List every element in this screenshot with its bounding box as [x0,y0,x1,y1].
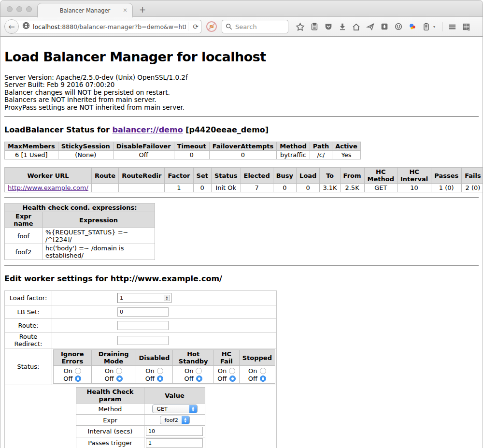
stopped-on-radio[interactable] [260,368,266,374]
form-row-route: Route: [5,319,277,332]
col-fails: Fails [462,168,483,184]
cell-status: Init Ok [211,184,241,192]
off-label: Off [145,375,155,382]
cell-failoverattempts: 0 [209,151,277,159]
container-tab-icon[interactable] [419,20,433,33]
col-expression: Expression [43,212,155,228]
expr-row: foof %{REQUEST_STATUS} =~ /^[234]/ [5,228,155,244]
draining-mode-off-radio[interactable] [116,376,123,382]
expr-select[interactable]: foof2 ▲▼ [160,416,190,424]
colored-dots-extension-icon[interactable] [405,20,419,33]
site-identity-globe-icon[interactable] [22,22,30,31]
url-text[interactable]: localhost:8880/balancer-manager?b=demo&w… [33,23,186,30]
notebook-grid-icon[interactable] [459,20,473,33]
cell-disablefailover: Off [113,151,174,159]
balancer-demo-link[interactable]: balancer://demo [112,125,183,134]
cell-hc-interval: 10 [397,184,431,192]
hot-standby-on-radio[interactable] [196,368,202,374]
bookmark-star-icon[interactable] [293,20,307,33]
hot-standby-off-radio[interactable] [196,376,202,382]
minimize-window-button[interactable] [16,6,22,12]
interval-input[interactable] [146,427,203,436]
expr-name: foof [5,228,43,244]
on-label: On [248,367,257,375]
draining-mode-on-radio[interactable] [116,368,122,374]
hc-row-expr: Expr foof2 ▲▼ [76,415,205,426]
persist-notice-line: Balancer changes will NOT be persisted o… [4,89,479,96]
search-placeholder: Search [235,23,257,30]
col-to: To [320,168,340,184]
route-input[interactable] [117,321,169,330]
cell-stickysession: (None) [58,151,113,159]
route-redirect-input[interactable] [117,336,169,345]
home-icon[interactable] [349,20,363,33]
route-redirect-label: Route Redirect: [5,332,52,348]
number-spinner-icon[interactable]: ▲▼ [164,295,170,301]
page-content: Load Balancer Manager for localhost Serv… [0,37,483,448]
toolbar-separator [442,22,442,31]
table-title-row: Health check cond. expressions: [5,203,155,212]
new-tab-button[interactable]: + [137,3,148,16]
cell-routeredir [119,184,165,192]
disabled-on-radio[interactable] [157,368,163,374]
cell-set: 0 [193,184,211,192]
method-select[interactable]: GET ▲▼ [152,405,198,413]
col-load: Load [297,168,320,184]
lb-set-input[interactable] [117,307,169,317]
reload-button[interactable]: ⟳ [190,23,201,30]
close-window-button[interactable] [7,6,13,12]
balancers-notice-line: Balancers are NOT inherited from main se… [4,96,479,103]
panel-download-icon[interactable] [377,20,391,33]
off-label: Off [185,375,194,382]
table-header-row: MaxMembers StickySession DisableFailover… [5,142,361,151]
col-disabled: Disabled [136,350,173,366]
hc-row-method: Method GET ▲▼ [76,404,205,415]
ignore-errors-off-radio[interactable] [75,376,81,382]
reading-list-icon[interactable] [307,20,321,33]
status-label: Status: [5,348,52,385]
col-elected: Elected [241,168,273,184]
blocker-extension-icon[interactable] [206,21,217,32]
load-factor-input-wrap: ▲▼ [117,293,171,303]
load-factor-label: Load factor: [5,291,52,305]
col-factor: Factor [165,168,193,184]
tab-close-icon[interactable]: × [123,7,128,14]
expr-table-title: Health check cond. expressions: [5,203,155,212]
form-row-health-check: Health Check param Value Method GET ▲▼ [5,385,277,448]
back-button[interactable]: ← [4,19,19,34]
pocket-icon[interactable] [321,20,335,33]
cell-hc-method: GET [364,184,397,192]
search-icon [226,23,232,30]
navigation-toolbar: ← localhost:8880/balancer-manager?b=demo… [0,17,483,37]
worker-row: http://www.example.com/ 1 0 Init Ok 7 0 … [5,184,483,192]
ignore-errors-on-radio[interactable] [75,368,81,374]
on-label: On [218,367,227,375]
share-icon[interactable] [363,20,377,33]
window-controls[interactable] [7,6,32,12]
hot-standby-radios: On Off [173,366,214,384]
chevron-down-icon[interactable]: ▾ [433,25,439,29]
hc-fail-on-radio[interactable] [229,368,235,374]
hc-fail-off-radio[interactable] [229,376,236,382]
zoom-window-button[interactable] [26,6,32,12]
menu-hamburger-icon[interactable] [445,20,459,33]
search-bar[interactable]: Search [222,20,288,33]
col-hc-value: Value [144,388,205,404]
url-bar[interactable]: localhost:8880/balancer-manager?b=demo&w… [12,20,201,33]
server-version-line: Server Version: Apache/2.5.0-dev (Unix) … [4,74,479,81]
downloads-icon[interactable] [335,20,349,33]
feedback-smiley-icon[interactable] [391,20,405,33]
table-header-row: Expr name Expression [5,212,155,228]
worker-url-link[interactable]: http://www.example.com/ [8,184,88,191]
form-row-status: Status: Ignore Errors Draining Mode Disa… [5,348,277,385]
disabled-off-radio[interactable] [157,376,163,382]
disabled-radios: On Off [136,366,173,384]
tab-balancer-manager[interactable]: Balancer Manager × [37,3,133,17]
stopped-off-radio[interactable] [260,376,266,382]
col-hc-fail: HC Fail [214,350,240,366]
col-set: Set [193,168,211,184]
load-factor-input[interactable] [118,293,163,303]
passes-input[interactable] [146,438,203,448]
tab-title: Balancer Manager [60,7,111,14]
worker-url-cell: http://www.example.com/ [5,184,92,192]
